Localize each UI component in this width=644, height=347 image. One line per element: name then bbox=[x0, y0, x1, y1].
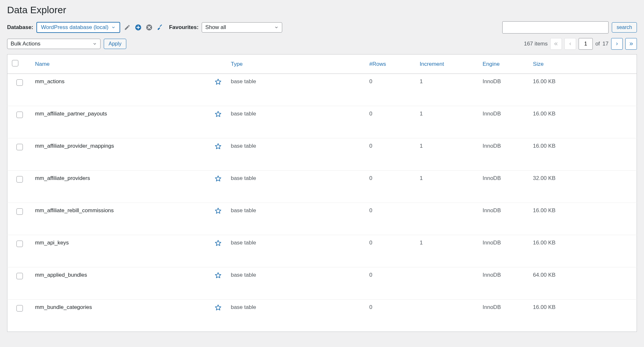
cell-size: 16.00 KB bbox=[530, 235, 637, 267]
cell-engine: InnoDB bbox=[479, 300, 530, 332]
table-name-link[interactable]: mm_affiliate_partner_payouts bbox=[35, 111, 107, 117]
column-header-size[interactable]: Size bbox=[533, 61, 543, 67]
cell-increment: 1 bbox=[417, 106, 479, 138]
cell-rows: 0 bbox=[366, 300, 416, 332]
cell-increment bbox=[417, 300, 479, 332]
toolbar-row-2: Bulk Actions Apply 167 items of 17 bbox=[7, 38, 637, 50]
cell-size: 16.00 KB bbox=[530, 106, 637, 138]
cell-size: 16.00 KB bbox=[530, 74, 637, 106]
chevron-right-icon bbox=[615, 42, 619, 46]
table-name-link[interactable]: mm_actions bbox=[35, 78, 65, 84]
row-checkbox[interactable] bbox=[16, 273, 23, 279]
cell-type: base table bbox=[227, 203, 366, 235]
star-icon bbox=[215, 143, 222, 150]
row-checkbox[interactable] bbox=[16, 208, 23, 215]
star-icon bbox=[215, 240, 222, 247]
cell-type: base table bbox=[227, 235, 366, 267]
bulk-actions-select[interactable]: Bulk Actions bbox=[7, 39, 101, 49]
favourite-toggle[interactable] bbox=[215, 210, 222, 216]
chevron-down-icon bbox=[92, 42, 97, 46]
pager-next-button[interactable] bbox=[611, 38, 623, 50]
star-icon bbox=[215, 111, 222, 118]
row-checkbox[interactable] bbox=[16, 305, 23, 312]
pager-total-pages: 17 bbox=[602, 41, 609, 47]
table-row: mm_affiliate_provider_mappingsbase table… bbox=[7, 138, 637, 171]
cell-rows: 0 bbox=[366, 106, 416, 138]
chevron-down-icon bbox=[274, 25, 279, 30]
cell-rows: 0 bbox=[366, 138, 416, 171]
favourite-toggle[interactable] bbox=[215, 306, 222, 312]
database-select[interactable]: WordPress database (local) bbox=[36, 22, 120, 33]
column-header-name[interactable]: Name bbox=[35, 61, 50, 67]
cell-engine: InnoDB bbox=[479, 203, 530, 235]
cell-size: 16.00 KB bbox=[530, 203, 637, 235]
favourite-toggle[interactable] bbox=[215, 113, 222, 119]
cell-rows: 0 bbox=[366, 267, 416, 300]
table-row: mm_actionsbase table01InnoDB16.00 KB bbox=[7, 74, 637, 106]
row-checkbox[interactable] bbox=[16, 176, 23, 183]
row-checkbox[interactable] bbox=[16, 112, 23, 118]
search-button[interactable]: search bbox=[612, 22, 637, 33]
cell-rows: 0 bbox=[366, 171, 416, 203]
chevron-double-right-icon bbox=[629, 41, 634, 46]
cell-engine: InnoDB bbox=[479, 171, 530, 203]
favourite-toggle[interactable] bbox=[215, 177, 222, 183]
apply-button[interactable]: Apply bbox=[104, 39, 126, 49]
column-header-type[interactable]: Type bbox=[231, 61, 243, 67]
column-header-increment[interactable]: Increment bbox=[420, 61, 444, 67]
favourite-toggle[interactable] bbox=[215, 81, 222, 87]
row-checkbox[interactable] bbox=[16, 79, 23, 86]
cell-size: 64.00 KB bbox=[530, 267, 637, 300]
pager-items-text: 167 items bbox=[524, 41, 548, 47]
search-input[interactable] bbox=[502, 21, 609, 34]
cell-type: base table bbox=[227, 106, 366, 138]
chevron-down-icon bbox=[111, 25, 116, 30]
cell-increment: 1 bbox=[417, 138, 479, 171]
star-icon bbox=[215, 272, 222, 279]
cell-size: 16.00 KB bbox=[530, 138, 637, 171]
toolbar-row-1: Database: WordPress database (local) Fav… bbox=[7, 21, 637, 34]
bulk-actions-value: Bulk Actions bbox=[11, 41, 41, 47]
select-all-checkbox[interactable] bbox=[12, 60, 18, 66]
clean-database-button[interactable] bbox=[156, 24, 164, 31]
row-checkbox[interactable] bbox=[16, 144, 23, 150]
cell-engine: InnoDB bbox=[479, 138, 530, 171]
cell-engine: InnoDB bbox=[479, 267, 530, 300]
table-name-link[interactable]: mm_api_keys bbox=[35, 240, 69, 246]
pager-current-input[interactable] bbox=[579, 38, 593, 50]
cell-size: 16.00 KB bbox=[530, 300, 637, 332]
favourite-toggle[interactable] bbox=[215, 145, 222, 151]
add-database-button[interactable] bbox=[134, 24, 142, 31]
row-checkbox[interactable] bbox=[16, 241, 23, 247]
cell-increment: 1 bbox=[417, 74, 479, 106]
delete-database-button[interactable] bbox=[145, 24, 153, 31]
cell-increment: 1 bbox=[417, 171, 479, 203]
favourites-select[interactable]: Show all bbox=[202, 22, 282, 33]
chevron-double-left-icon bbox=[553, 41, 559, 46]
cell-size: 32.00 KB bbox=[530, 171, 637, 203]
table-row: mm_affiliate_rebill_commissionsbase tabl… bbox=[7, 203, 637, 235]
cell-increment bbox=[417, 203, 479, 235]
pager-last-button[interactable] bbox=[625, 38, 637, 50]
cell-type: base table bbox=[227, 74, 366, 106]
table-name-link[interactable]: mm_affiliate_providers bbox=[35, 175, 90, 181]
table-row: mm_bundle_categoriesbase table0InnoDB16.… bbox=[7, 300, 637, 332]
cell-type: base table bbox=[227, 300, 366, 332]
edit-database-button[interactable] bbox=[123, 24, 131, 31]
column-header-engine[interactable]: Engine bbox=[483, 61, 500, 67]
cell-type: base table bbox=[227, 267, 366, 300]
cell-type: base table bbox=[227, 138, 366, 171]
favourites-label: Favourites: bbox=[169, 24, 199, 31]
favourite-toggle[interactable] bbox=[215, 274, 222, 280]
table-row: mm_affiliate_partner_payoutsbase table01… bbox=[7, 106, 637, 138]
favourite-toggle[interactable] bbox=[215, 242, 222, 248]
broom-icon bbox=[157, 24, 163, 31]
table-name-link[interactable]: mm_affiliate_provider_mappings bbox=[35, 143, 114, 149]
table-name-link[interactable]: mm_affiliate_rebill_commissions bbox=[35, 207, 114, 213]
cell-rows: 0 bbox=[366, 74, 416, 106]
table-name-link[interactable]: mm_applied_bundles bbox=[35, 272, 87, 278]
column-header-rows[interactable]: #Rows bbox=[369, 61, 386, 67]
pager: 167 items of 17 bbox=[524, 38, 637, 50]
database-select-value: WordPress database (local) bbox=[41, 24, 108, 31]
table-name-link[interactable]: mm_bundle_categories bbox=[35, 304, 92, 310]
